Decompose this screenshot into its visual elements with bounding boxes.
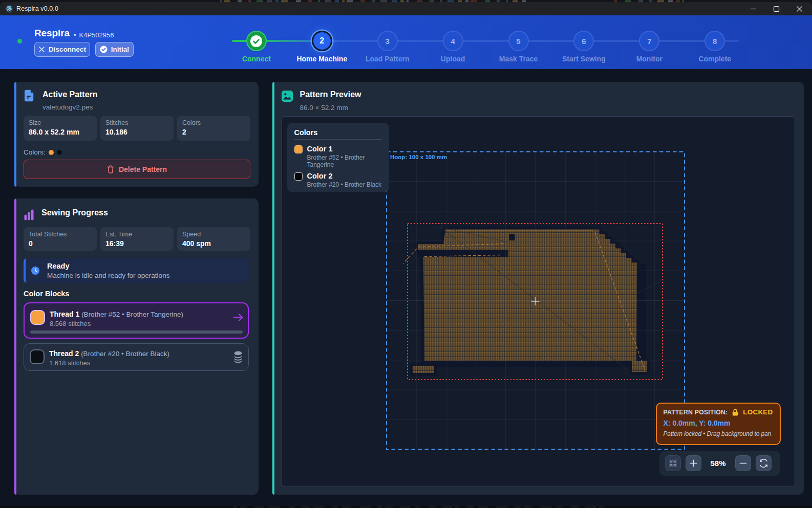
background-text-sliver bbox=[400, 1, 404, 2]
stat-tile-colors: Colors 2 bbox=[177, 116, 250, 141]
delete-pattern-button[interactable]: Delete Pattern bbox=[24, 160, 250, 179]
background-text-sliver bbox=[442, 506, 452, 507]
app-logo-icon bbox=[5, 5, 13, 13]
plus-icon bbox=[690, 459, 697, 467]
thread-block-1[interactable]: Thread 1 (Brother #52 • Brother Tangerin… bbox=[24, 302, 249, 339]
step-circle-monitor[interactable]: 7 bbox=[639, 31, 659, 51]
window-title: Respira v0.0.0 bbox=[16, 5, 58, 12]
zoom-in-button[interactable] bbox=[686, 455, 701, 471]
pattern-position-badge: PATTERN POSITION: LOCKED X: 0.0mm, Y: 0.… bbox=[656, 403, 781, 445]
background-text-sliver bbox=[429, 506, 436, 507]
background-text-sliver bbox=[512, 1, 518, 2]
background-text-sliver bbox=[585, 506, 596, 507]
step-circle-connect[interactable] bbox=[246, 31, 267, 51]
step-circle-load-pattern[interactable]: 3 bbox=[377, 31, 398, 51]
background-text-sliver bbox=[447, 1, 454, 2]
machine-status-box: Ready Machine is idle and ready for oper… bbox=[24, 258, 249, 283]
background-text-sliver bbox=[497, 506, 508, 507]
database-icon bbox=[233, 351, 243, 365]
background-text-sliver bbox=[524, 506, 532, 507]
background-text-sliver bbox=[240, 506, 247, 507]
minimize-button[interactable] bbox=[742, 2, 764, 15]
desktop-screen: Respira v0.0.0 Respira •K4P502956 Discon… bbox=[0, 0, 812, 508]
minus-icon bbox=[739, 459, 747, 467]
background-text-sliver bbox=[308, 1, 312, 2]
pattern-dimensions: 86.0 × 52.2 mm bbox=[300, 104, 348, 112]
background-text-sliver bbox=[342, 1, 345, 2]
background-text-sliver bbox=[296, 1, 301, 2]
check-badge-icon bbox=[250, 35, 263, 48]
color-dot-2 bbox=[57, 150, 62, 155]
machine-serial: •K4P502956 bbox=[74, 31, 114, 39]
position-label: PATTERN POSITION: bbox=[664, 409, 728, 416]
step-label-connect: Connect bbox=[242, 55, 271, 63]
clock-icon bbox=[31, 267, 39, 277]
reset-view-button[interactable] bbox=[756, 455, 772, 471]
pattern-filename: valetudogv2.pes bbox=[42, 103, 93, 111]
background-text-sliver bbox=[275, 1, 279, 2]
background-text-sliver bbox=[372, 1, 375, 2]
card-title: Active Pattern bbox=[42, 90, 98, 99]
background-text-sliver bbox=[313, 506, 325, 507]
background-text-sliver bbox=[302, 506, 310, 507]
legend-swatch-2 bbox=[294, 172, 303, 181]
hoop-label: Hoop: 100 x 100 mm bbox=[390, 153, 447, 160]
background-text-sliver bbox=[407, 1, 409, 2]
stat-tile-total-stitches: Total Stitches 0 bbox=[24, 227, 97, 251]
check-circle-icon bbox=[100, 46, 108, 53]
lock-icon bbox=[732, 409, 738, 416]
background-text-sliver bbox=[254, 506, 264, 507]
background-text-sliver bbox=[392, 1, 397, 2]
legend-divider bbox=[294, 139, 382, 140]
position-coords: X: 0.0mm, Y: 0.0mm bbox=[664, 419, 773, 427]
thread-block-2[interactable]: Thread 2 (Brother #20 • Brother Black) 1… bbox=[24, 343, 249, 371]
background-text-sliver bbox=[380, 1, 387, 2]
step-circle-start-sewing[interactable]: 6 bbox=[573, 31, 594, 51]
card-title: Sewing Progress bbox=[41, 208, 108, 217]
background-text-sliver bbox=[224, 1, 230, 2]
connection-status-dot bbox=[17, 39, 22, 43]
step-label-complete: Complete bbox=[698, 55, 731, 63]
background-text-sliver bbox=[458, 1, 462, 2]
step-circle-complete[interactable]: 8 bbox=[704, 31, 725, 51]
background-text-sliver bbox=[649, 1, 652, 2]
step-label-load-pattern: Load Pattern bbox=[366, 55, 410, 63]
fit-view-button[interactable] bbox=[665, 455, 681, 471]
zoom-toolbar: 58% bbox=[659, 451, 780, 476]
arrow-right-icon bbox=[233, 313, 244, 324]
zoom-out-button[interactable] bbox=[735, 455, 751, 471]
legend-item-2: Color 2 Brother #20 • Brother Black bbox=[294, 172, 382, 189]
color-blocks-label: Color Blocks bbox=[24, 290, 69, 298]
background-text-sliver bbox=[625, 1, 631, 2]
maximize-button[interactable] bbox=[765, 2, 787, 15]
background-text-sliver bbox=[318, 1, 320, 2]
titlebar: Respira v0.0.0 bbox=[0, 2, 812, 15]
step-label-start-sewing: Start Sewing bbox=[562, 55, 606, 63]
background-text-sliver bbox=[556, 506, 562, 507]
background-text-sliver bbox=[485, 1, 490, 2]
pattern-preview-card: Pattern Preview 86.0 × 52.2 mm Hoop: 100… bbox=[272, 82, 804, 495]
background-text-sliver bbox=[467, 506, 474, 507]
step-label-mask-trace: Mask Trace bbox=[499, 55, 538, 63]
background-text-sliver bbox=[676, 1, 680, 2]
shrink-icon bbox=[669, 459, 677, 468]
step-circle-home-machine[interactable]: 2 bbox=[312, 31, 332, 51]
background-text-sliver bbox=[360, 506, 371, 507]
bar-chart-icon bbox=[24, 209, 35, 223]
background-text-sliver bbox=[455, 506, 459, 507]
thread-1-swatch bbox=[30, 310, 45, 325]
legend-swatch-1 bbox=[294, 145, 303, 153]
locked-label: LOCKED bbox=[743, 408, 773, 416]
initial-button[interactable]: Initial bbox=[95, 42, 134, 57]
close-button[interactable] bbox=[788, 2, 810, 15]
background-text-sliver bbox=[360, 1, 365, 2]
step-circle-upload[interactable]: 4 bbox=[443, 31, 463, 51]
step-label-home-machine: Home Machine bbox=[296, 55, 347, 63]
background-text-sliver bbox=[497, 1, 500, 2]
x-icon bbox=[38, 46, 45, 53]
background-text-sliver bbox=[522, 1, 526, 2]
disconnect-button[interactable]: Disconnect bbox=[34, 42, 90, 57]
step-circle-mask-trace[interactable]: 5 bbox=[508, 31, 529, 51]
background-text-sliver bbox=[471, 1, 477, 2]
background-text-sliver bbox=[657, 1, 664, 2]
